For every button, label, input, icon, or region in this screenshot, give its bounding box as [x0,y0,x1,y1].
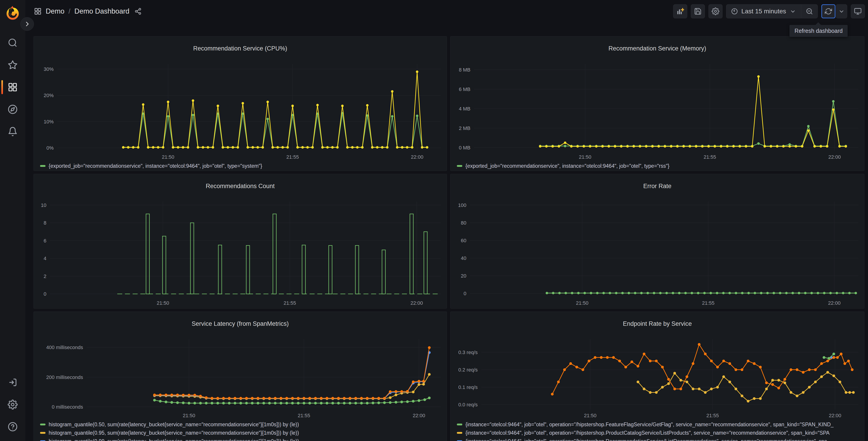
svg-text:8 MB: 8 MB [459,67,470,73]
sidebar-item-search[interactable] [0,32,25,54]
svg-text:22:00: 22:00 [828,300,841,306]
search-icon [8,38,18,48]
legend-item[interactable]: {exported_job="recommendationservice", i… [40,308,444,308]
time-picker-group: Last 15 minutes [726,4,818,18]
svg-text:21:50: 21:50 [183,413,195,418]
breadcrumb-folder[interactable]: Demo [46,7,64,16]
legend-item[interactable]: {exported_job="recommendationservice", i… [40,170,444,171]
monitor-icon [854,7,862,15]
svg-text:21:50: 21:50 [579,154,591,160]
svg-text:0%: 0% [46,145,54,151]
timeseries-chart[interactable]: 0%10%20%30%21:5021:5522:00 [34,61,447,161]
tv-mode-button[interactable] [851,4,865,18]
svg-text:200 milliseconds: 200 milliseconds [46,375,83,380]
svg-text:0: 0 [44,291,46,297]
timeseries-chart[interactable]: 0 MB2 MB4 MB6 MB8 MB21:5021:5522:00 [451,61,864,161]
timeseries-chart[interactable]: 02040608010021:5021:5522:00 [451,198,864,307]
dashboard-toolbar: Last 15 minutes [673,4,865,18]
svg-text:22:00: 22:00 [828,154,841,160]
sidebar-item-starred[interactable] [0,54,25,76]
svg-text:22:00: 22:00 [829,413,841,418]
svg-text:0.0 req/s: 0.0 req/s [458,402,478,408]
panel-title[interactable]: Recommendation Service (CPU%) [34,41,447,56]
sidebar-expand-button[interactable] [20,17,34,31]
panel-title[interactable]: Error Rate [451,179,864,193]
sidebar-item-help[interactable] [0,416,25,438]
bar-chart[interactable]: 024681021:5021:5522:00 [34,198,447,307]
panel-title[interactable]: Endpoint Rate by Service [451,317,864,331]
svg-text:0.1 req/s: 0.1 req/s [458,384,478,390]
chevron-right-icon [24,21,30,27]
legend-swatch [457,165,462,167]
panel-title[interactable]: Recommendations Count [34,179,447,193]
legend-item[interactable]: {exported_job="recommendationservice", i… [457,170,862,171]
sidebar-item-sign-in[interactable] [0,371,25,393]
svg-text:8: 8 [44,220,46,226]
breadcrumb-dashboard[interactable]: Demo Dashboard [74,7,129,16]
sign-in-icon [8,377,18,387]
timeseries-chart[interactable]: 0 milliseconds200 milliseconds400 millis… [34,336,447,420]
svg-text:21:50: 21:50 [162,154,174,160]
svg-text:0.3 req/s: 0.3 req/s [458,350,478,355]
legend-item[interactable]: {instance="otelcol:9464", job="otel", op… [457,429,862,437]
legend-label: {exported_job="recommendationservice", i… [465,163,670,169]
panel-legend: {instance="otelcol:9464", job="otel", op… [457,420,862,441]
sidebar-item-explore[interactable] [0,98,25,120]
svg-text:2: 2 [44,273,46,279]
zoom-out-button[interactable] [801,4,817,18]
dashboard-settings-button[interactable] [709,4,722,18]
sidebar [0,0,25,441]
refresh-tooltip: Refresh dashboard [789,25,848,37]
legend-swatch [457,432,462,434]
legend-label: histogram_quantile(0.95, sum(rate(latenc… [49,430,299,436]
legend-item[interactable]: histogram_quantile(0.99, sum(rate(latenc… [40,437,444,441]
save-icon [694,7,702,15]
refresh-interval-dropdown[interactable] [836,4,847,18]
panel-title[interactable]: Service Latency (from SpanMetrics) [34,317,447,331]
legend-item[interactable]: {instance="otelcol:9464", job="otel", op… [457,420,862,429]
breadcrumb-separator: / [68,8,70,15]
svg-text:10%: 10% [44,119,54,124]
tooltip-text: Refresh dashboard [795,28,843,34]
star-icon [8,60,18,70]
svg-text:6: 6 [44,238,46,243]
save-dashboard-button[interactable] [691,4,705,18]
svg-text:30%: 30% [44,66,54,72]
legend-item[interactable]: {instance="otelcol:9464", job="otel", op… [457,437,862,441]
sidebar-item-settings[interactable] [0,393,25,416]
svg-text:10: 10 [41,202,46,208]
svg-text:2 MB: 2 MB [459,125,470,131]
legend-swatch [40,423,45,425]
svg-text:40: 40 [461,255,466,261]
svg-text:22:00: 22:00 [410,300,423,306]
svg-text:21:50: 21:50 [576,300,588,306]
svg-text:21:55: 21:55 [286,154,299,160]
time-range-label: Last 15 minutes [741,8,786,15]
sidebar-item-dashboards[interactable] [0,76,25,98]
panel-error-rate: Error Rate 02040608010021:5021:5522:00 {… [450,174,864,308]
legend-item[interactable]: histogram_quantile(0.50, sum(rate(latenc… [40,420,444,429]
time-range-picker[interactable]: Last 15 minutes [726,4,801,18]
refresh-dashboard-button[interactable] [822,4,835,18]
legend-item[interactable]: {exported_job="recommendationservice", i… [457,162,862,170]
timeseries-chart[interactable]: 0.0 req/s0.1 req/s0.2 req/s0.3 req/s21:5… [451,336,864,420]
legend-label: {instance="otelcol:9464", job="otel", op… [465,430,830,436]
svg-text:60: 60 [461,238,466,243]
compass-icon [8,105,18,114]
sidebar-item-alerting[interactable] [0,120,25,143]
legend-item[interactable]: {instance="otelcol:9464", job="otel", op… [457,308,862,308]
apps-grid-icon [34,7,42,15]
share-icon[interactable] [134,8,142,15]
svg-text:21:50: 21:50 [157,300,169,306]
panel-title[interactable]: Recommendation Service (Memory) [451,41,864,56]
grafana-logo-icon[interactable] [4,5,21,21]
svg-text:21:55: 21:55 [283,300,296,306]
legend-item[interactable]: histogram_quantile(0.95, sum(rate(latenc… [40,429,444,437]
panel-recommendation-memory: Recommendation Service (Memory) 0 MB2 MB… [450,36,864,171]
svg-text:21:55: 21:55 [704,154,716,160]
svg-text:0 milliseconds: 0 milliseconds [52,404,83,410]
add-panel-button[interactable] [673,4,687,18]
legend-item[interactable]: {exported_job="recommendationservice", i… [40,162,444,170]
dashboards-grid-icon [8,82,18,92]
legend-label: {exported_job="recommendationservice", i… [49,163,262,169]
